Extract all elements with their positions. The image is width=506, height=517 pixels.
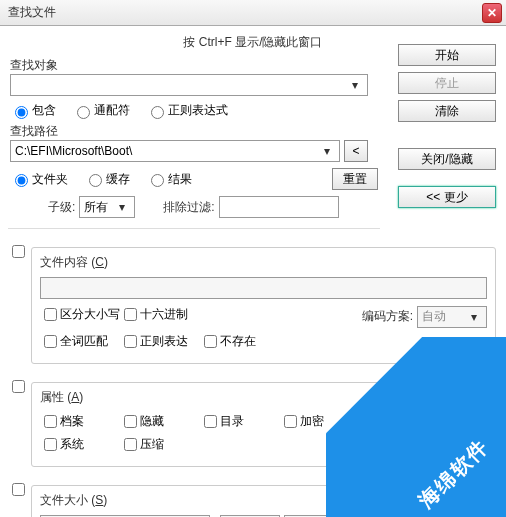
radio-contains[interactable]: 包含 bbox=[10, 102, 56, 119]
radio-folder[interactable]: 文件夹 bbox=[10, 171, 68, 188]
chevron-down-icon: ▾ bbox=[319, 144, 335, 158]
check-hex[interactable]: 十六进制 bbox=[120, 305, 200, 324]
check-wholeword[interactable]: 全词匹配 bbox=[40, 332, 120, 351]
section-attr-title: 属性 (A) bbox=[40, 389, 487, 406]
section-content-title: 文件内容 (C) bbox=[40, 254, 487, 271]
radio-result[interactable]: 结果 bbox=[146, 171, 192, 188]
close-icon[interactable]: ✕ bbox=[482, 3, 502, 23]
check-compressed[interactable]: 压缩 bbox=[120, 435, 200, 454]
section-content-toggle[interactable] bbox=[12, 245, 25, 258]
sublevel-label: 子级: bbox=[48, 199, 75, 216]
section-size-title: 文件大小 (S) bbox=[40, 492, 487, 509]
section-attr-toggle[interactable] bbox=[12, 380, 25, 393]
path-combo[interactable]: C:\EFI\Microsoft\Boot\ ▾ bbox=[10, 140, 340, 162]
exclude-input[interactable] bbox=[219, 196, 339, 218]
check-regex[interactable]: 正则表达 bbox=[120, 332, 200, 351]
check-notexist[interactable]: 不存在 bbox=[200, 332, 280, 351]
check-archive[interactable]: 档案 bbox=[40, 412, 120, 431]
close-hide-button[interactable]: 关闭/隐藏 bbox=[398, 148, 496, 170]
window-title: 查找文件 bbox=[4, 4, 482, 21]
check-readonly[interactable]: 只读 bbox=[360, 412, 440, 431]
radio-regex[interactable]: 正则表达式 bbox=[146, 102, 228, 119]
action-sidebar: 开始 停止 清除 关闭/隐藏 << 更少 bbox=[398, 44, 496, 208]
path-label: 查找路径 bbox=[10, 123, 374, 140]
less-button[interactable]: << 更少 bbox=[398, 186, 496, 208]
chevron-down-icon: ▾ bbox=[114, 200, 130, 214]
path-value: C:\EFI\Microsoft\Boot\ bbox=[15, 144, 132, 158]
section-size-toggle[interactable] bbox=[12, 483, 25, 496]
start-button[interactable]: 开始 bbox=[398, 44, 496, 66]
titlebar: 查找文件 ✕ bbox=[0, 0, 506, 26]
encoding-label: 编码方案: bbox=[362, 308, 413, 325]
encoding-combo[interactable]: 自动▾ bbox=[417, 306, 487, 328]
check-dir[interactable]: 目录 bbox=[200, 412, 280, 431]
path-back-button[interactable]: < bbox=[344, 140, 368, 162]
content-text-input[interactable] bbox=[40, 277, 487, 299]
stop-button[interactable]: 停止 bbox=[398, 72, 496, 94]
radio-cache[interactable]: 缓存 bbox=[84, 171, 130, 188]
sublevel-combo[interactable]: 所有 ▾ bbox=[79, 196, 135, 218]
check-encrypted[interactable]: 加密 bbox=[280, 412, 360, 431]
exclude-label: 排除过滤: bbox=[163, 199, 214, 216]
check-system[interactable]: 系统 bbox=[40, 435, 120, 454]
clear-button[interactable]: 清除 bbox=[398, 100, 496, 122]
chevron-down-icon: ▾ bbox=[347, 78, 363, 92]
target-label: 查找对象 bbox=[10, 57, 374, 74]
target-combo[interactable]: ▾ bbox=[10, 74, 368, 96]
check-hidden[interactable]: 隐藏 bbox=[120, 412, 200, 431]
reset-button[interactable]: 重置 bbox=[332, 168, 378, 190]
check-case[interactable]: 区分大小写 bbox=[40, 305, 120, 324]
radio-wildcard[interactable]: 通配符 bbox=[72, 102, 130, 119]
